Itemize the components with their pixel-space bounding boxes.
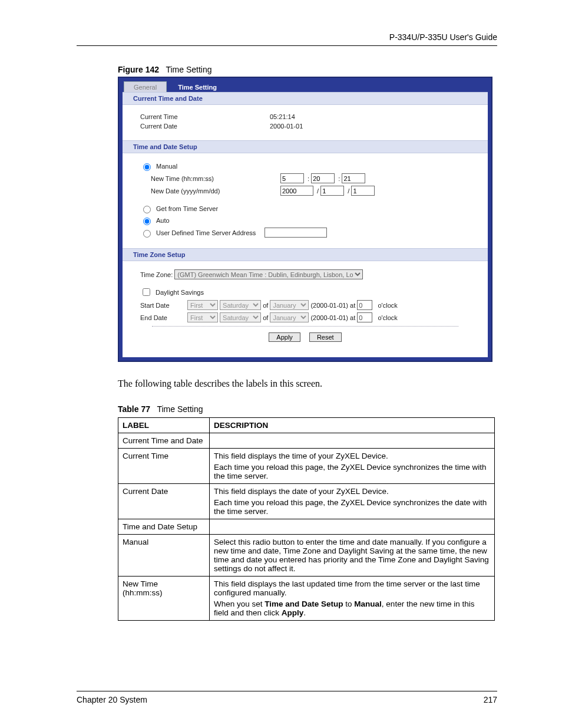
running-header: P-334U/P-335U User's Guide: [77, 32, 497, 46]
text-start-paren: (2000-01-01) at: [310, 302, 355, 309]
tab-general[interactable]: General: [124, 81, 167, 92]
select-start-day[interactable]: Saturday: [220, 300, 261, 310]
label-auto: Auto: [156, 217, 170, 224]
radio-user-defined[interactable]: [143, 230, 151, 238]
table-cell-label: Time and Date Setup: [118, 519, 210, 535]
body-paragraph: The following table describes the labels…: [118, 378, 497, 389]
apply-button[interactable]: Apply: [269, 332, 300, 342]
section-header-tz: Time Zone Setup: [123, 248, 488, 261]
table-cell-description: [210, 433, 495, 449]
label-start-date: Start Date: [140, 302, 187, 309]
text-oclock-2: o'clock: [378, 314, 398, 321]
table-cell-label: Current Time and Date: [118, 433, 210, 449]
radio-manual[interactable]: [143, 163, 151, 171]
text-of-2: of: [263, 314, 268, 321]
table-title: Time Setting: [157, 404, 203, 414]
select-end-week[interactable]: First: [187, 312, 218, 322]
select-timezone[interactable]: (GMT) Greenwich Mean Time : Dublin, Edin…: [174, 269, 363, 279]
footer-page-number: 217: [484, 695, 497, 704]
col-header-description: DESCRIPTION: [210, 418, 495, 433]
label-current-date: Current Date: [140, 123, 270, 130]
figure-caption: Figure 142 Time Setting: [118, 65, 497, 74]
radio-time-server[interactable]: [143, 206, 151, 213]
screenshot-time-setting: General Time Setting Current Time and Da…: [118, 77, 492, 362]
label-current-time: Current Time: [140, 113, 270, 120]
figure-title: Time Setting: [166, 65, 211, 74]
input-new-date-yyyy[interactable]: [280, 186, 313, 196]
col-header-label: LABEL: [118, 418, 210, 433]
input-new-date-dd[interactable]: [351, 186, 375, 196]
input-new-date-mm[interactable]: [320, 186, 344, 196]
label-manual: Manual: [156, 163, 177, 170]
label-end-date: End Date: [140, 314, 187, 321]
label-time-server: Get from Time Server: [156, 205, 218, 212]
input-new-time-mm[interactable]: [311, 173, 335, 183]
label-daylight-savings: Daylight Savings: [156, 289, 204, 296]
select-start-month[interactable]: January: [270, 300, 309, 310]
table-cell-label: Manual: [118, 535, 210, 577]
table-label: Table 77: [118, 404, 150, 414]
text-of-1: of: [263, 302, 268, 309]
table-cell-label: Current Date: [118, 484, 210, 519]
table-cell-description: This field displays the time of your ZyX…: [210, 449, 495, 484]
value-current-time: 05:21:14: [270, 113, 295, 120]
input-time-server-addr[interactable]: [265, 228, 327, 238]
checkbox-daylight-savings[interactable]: [143, 288, 150, 296]
table-cell-description: This field displays the last updated tim…: [210, 577, 495, 621]
reset-button[interactable]: Reset: [309, 332, 342, 342]
table-cell-description: [210, 519, 495, 535]
table-caption: Table 77 Time Setting: [118, 404, 497, 414]
table-cell-description: Select this radio button to enter the ti…: [210, 535, 495, 577]
input-new-time-ss[interactable]: [342, 173, 365, 183]
table-cell-label: Current Time: [118, 449, 210, 484]
value-current-date: 2000-01-01: [270, 123, 303, 130]
description-table: LABEL DESCRIPTION Current Time and DateC…: [118, 417, 495, 621]
label-user-defined: User Defined Time Server Address: [156, 229, 256, 236]
section-header-current: Current Time and Date: [123, 92, 488, 105]
input-end-hour[interactable]: [357, 312, 372, 322]
tab-time-setting[interactable]: Time Setting: [168, 81, 227, 92]
input-start-hour[interactable]: [357, 300, 372, 310]
table-cell-label: New Time(hh:mm:ss): [118, 577, 210, 621]
table-cell-description: This field displays the date of your ZyX…: [210, 484, 495, 519]
section-header-setup: Time and Date Setup: [123, 140, 488, 153]
select-start-week[interactable]: First: [187, 300, 218, 310]
text-oclock-1: o'clock: [378, 302, 398, 309]
label-timezone: Time Zone:: [140, 271, 173, 278]
figure-label: Figure 142: [118, 65, 159, 74]
text-end-paren: (2000-01-01) at: [310, 314, 355, 321]
footer-chapter: Chapter 20 System: [77, 695, 147, 704]
radio-auto[interactable]: [143, 218, 151, 225]
select-end-day[interactable]: Saturday: [220, 312, 261, 322]
select-end-month[interactable]: January: [270, 312, 309, 322]
input-new-time-hh[interactable]: [280, 173, 304, 183]
label-new-date: New Date (yyyy/mm/dd): [151, 187, 280, 195]
label-new-time: New Time (hh:mm:ss): [151, 175, 280, 182]
